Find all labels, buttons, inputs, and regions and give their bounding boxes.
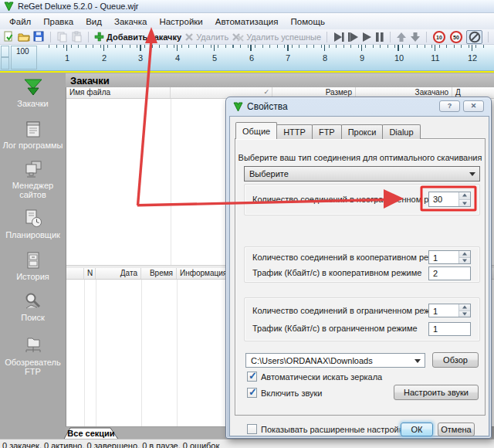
limited-traffic-input[interactable]: 1 [428, 322, 471, 336]
checkbox-checked-icon[interactable] [247, 372, 257, 382]
pause-button[interactable] [375, 32, 384, 42]
limited-connections-input[interactable]: 1 [428, 304, 471, 317]
start-button[interactable] [362, 32, 372, 42]
tab-general[interactable]: Общие [235, 122, 277, 139]
spinner-buttons [458, 251, 470, 263]
pause-icon [375, 32, 384, 42]
grid-line [96, 280, 96, 426]
move-down-button[interactable] [410, 32, 421, 42]
copy-button[interactable] [56, 31, 68, 42]
menu-automation[interactable]: Автоматизация [209, 15, 285, 29]
log-column-date[interactable]: Дата [96, 268, 141, 279]
window-title: ReGet Deluxe 5.2.0 - Queue.wjr [18, 2, 139, 11]
menu-edit[interactable]: Правка [37, 15, 80, 29]
spin-down-icon[interactable] [459, 200, 470, 207]
download-path-select[interactable]: C:\Users\ORDANAX\Downloads [245, 353, 425, 368]
log-column-empty[interactable] [66, 268, 84, 279]
coop-traffic-label: Трафик (Кбайт/с) в кооперативном режиме [252, 268, 421, 277]
configure-sounds-button[interactable]: Настроить звуки [394, 385, 479, 400]
tab-http[interactable]: HTTP [276, 124, 313, 139]
start-all-button[interactable] [333, 32, 344, 42]
menu-settings[interactable]: Настройки [153, 15, 208, 29]
delete-label: Удалить [196, 32, 228, 42]
delete-x-icon [184, 32, 194, 42]
no-limit-button[interactable] [466, 30, 482, 44]
unlimited-connections-value: 30 [429, 192, 458, 206]
log-column-time[interactable]: Время [141, 268, 177, 279]
move-up-button[interactable] [396, 32, 407, 42]
limit-10-button[interactable]: 10 [432, 30, 446, 44]
menu-download[interactable]: Закачка [108, 15, 153, 29]
cooperative-group: Количество соединений в кооперативном ре… [244, 246, 480, 283]
sidebar-label: Менеджер сайтов [1, 181, 66, 199]
start-all-icon [333, 32, 344, 42]
toolbar-separator [50, 32, 51, 42]
sidebar-item-search[interactable]: Поиск [1, 291, 66, 322]
advanced-checkbox-row[interactable]: Показывать расширенные настройки [247, 424, 408, 434]
save-button[interactable] [33, 31, 45, 42]
scheduler-icon [23, 209, 43, 229]
add-download-label: Добавить закачку [107, 32, 181, 42]
column-header-filename[interactable]: Имя файла [66, 87, 171, 98]
limit-50-button[interactable]: 50 [449, 30, 463, 44]
ok-button[interactable]: ОК [401, 423, 433, 436]
tab-proxy[interactable]: Прокси [341, 124, 384, 139]
sidebar-item-log[interactable]: Лог программы [1, 119, 66, 150]
browse-button[interactable]: Обзор [432, 352, 479, 368]
dialog-close-button[interactable]: ✕ [463, 100, 484, 112]
tab-ftp[interactable]: FTP [312, 124, 342, 139]
play-icon [362, 32, 372, 42]
coop-connections-input[interactable]: 1 [428, 250, 471, 264]
delete-completed-button[interactable]: Удалить успешные [232, 32, 321, 42]
coop-traffic-input[interactable]: 2 [428, 266, 471, 280]
tab-dialup[interactable]: Dialup [382, 124, 420, 139]
menu-file[interactable]: Файл [3, 15, 37, 29]
ruler-number: 1 [56, 53, 79, 63]
sidebar: Закачки Лог программы Менеджер сайтов [0, 73, 66, 439]
connection-type-select[interactable]: Выберите [244, 166, 480, 182]
ruler-number: 12 [461, 53, 484, 63]
open-button[interactable] [18, 31, 30, 42]
sidebar-item-scheduler[interactable]: Планировщик [1, 209, 66, 239]
new-queue-button[interactable] [3, 31, 15, 42]
dialog-title: Свойства [247, 101, 288, 112]
sidebar-label: Лог программы [3, 141, 63, 150]
sidebar-item-ftp-browser[interactable]: Обозреватель FTP [1, 336, 66, 376]
checkbox-unchecked-icon[interactable] [247, 424, 257, 434]
paste-button[interactable] [71, 31, 83, 42]
cancel-button[interactable]: Отмена [438, 423, 475, 436]
copy-icon [56, 31, 68, 42]
log-column-info[interactable]: Информация [177, 268, 226, 279]
sections-tab-label: Все секции [62, 429, 120, 438]
sidebar-item-history[interactable]: История [1, 250, 66, 281]
checkbox-checked-icon[interactable] [247, 388, 257, 398]
delete-completed-label: Удалить успешные [246, 32, 321, 42]
sidebar-item-downloads[interactable]: Закачки [1, 79, 66, 108]
site-manager-icon [23, 159, 43, 179]
sidebar-item-site-manager[interactable]: Менеджер сайтов [1, 159, 66, 199]
ruler-corner-cell [1, 57, 9, 70]
spin-down-icon[interactable] [459, 258, 470, 264]
add-download-button[interactable]: Добавить закачку [94, 32, 181, 42]
spin-up-icon[interactable] [459, 192, 470, 200]
spin-up-icon[interactable] [459, 304, 470, 311]
delete-button[interactable]: Удалить [184, 32, 228, 42]
sidebar-label: Закачки [17, 99, 48, 108]
log-column-n[interactable]: N [84, 268, 96, 279]
mirrors-checkbox-row[interactable]: Автоматически искать зеркала [247, 372, 382, 382]
ruler-number: 10 [387, 53, 411, 63]
advanced-checkbox-label: Показывать расширенные настройки [261, 425, 408, 434]
spin-down-icon[interactable] [459, 311, 470, 317]
connection-type-value: Выберите [249, 169, 289, 178]
unlimited-connections-input[interactable]: 30 [428, 192, 471, 207]
menu-view[interactable]: Вид [80, 15, 108, 29]
spin-up-icon[interactable] [459, 251, 470, 258]
start-one-button[interactable] [347, 32, 359, 42]
dialog-help-button[interactable]: ? [439, 100, 460, 112]
window-titlebar[interactable]: ReGet Deluxe 5.2.0 - Queue.wjr [0, 0, 494, 13]
sounds-checkbox-row[interactable]: Включить звуки [247, 388, 323, 398]
traffic-graph-line [0, 71, 494, 73]
connection-instruction: Выберите ваш тип соединения для оптималь… [235, 153, 485, 162]
menu-help[interactable]: Помощь [285, 15, 331, 29]
sidebar-label: Обозреватель FTP [1, 358, 66, 376]
